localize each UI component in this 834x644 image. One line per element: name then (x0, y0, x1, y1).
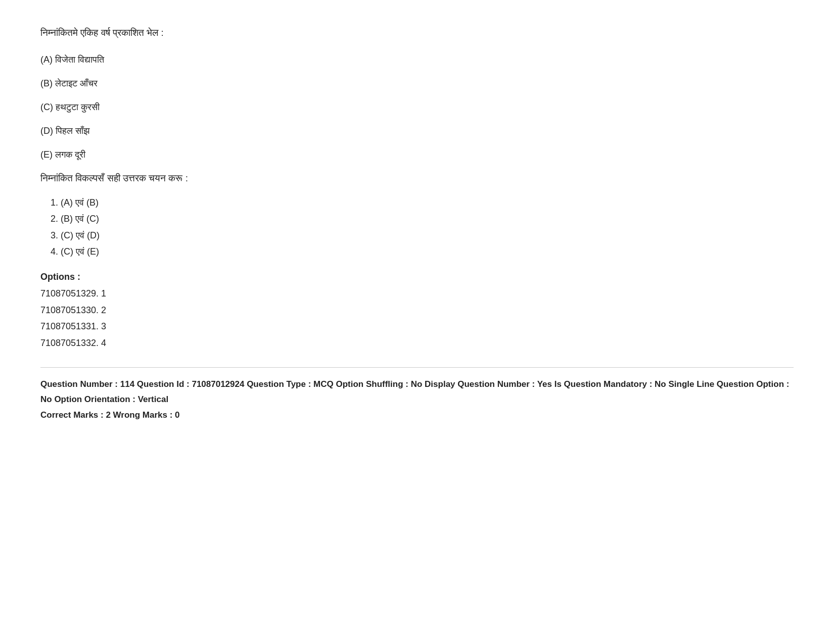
numbered-option-4: 4. (C) एवं (E) (51, 243, 794, 260)
option-b: (B) लेटाइट आँचर (40, 76, 794, 91)
numbered-option-2: 2. (B) एवं (C) (51, 211, 794, 227)
numbered-option-1: 1. (A) एवं (B) (51, 194, 794, 211)
options-section: Options : 71087051329. 1 71087051330. 2 … (40, 272, 794, 351)
question-main-text: निम्नांकितमे एकिह वर्ष प्रकाशित भेल : (40, 25, 794, 40)
meta-line1: Question Number : 114 Question Id : 7108… (40, 377, 794, 408)
answer-option-3: 71087051331. 3 (40, 318, 794, 334)
question-container: निम्नांकितमे एकिह वर्ष प्रकाशित भेल : (A… (40, 25, 794, 423)
answer-option-1: 71087051329. 1 (40, 285, 794, 302)
meta-info-block: Question Number : 114 Question Id : 7108… (40, 367, 794, 423)
answer-option-2: 71087051330. 2 (40, 302, 794, 318)
option-a: (A) विजेता विद्यापति (40, 53, 794, 67)
numbered-options-list: 1. (A) एवं (B) 2. (B) एवं (C) 3. (C) एवं… (51, 194, 794, 260)
option-e: (E) लगक दूरी (40, 147, 794, 162)
answer-option-4: 71087051332. 4 (40, 335, 794, 351)
numbered-option-3: 3. (C) एवं (D) (51, 227, 794, 243)
option-d: (D) पिहल साँझ (40, 124, 794, 138)
sub-question-text: निम्नांकित विकल्पसँ सही उत्तरक चयन करू : (40, 171, 794, 186)
marks-info: Correct Marks : 2 Wrong Marks : 0 (40, 408, 794, 423)
option-c: (C) हथटुटा कुरसी (40, 100, 794, 115)
options-label: Options : (40, 272, 794, 282)
